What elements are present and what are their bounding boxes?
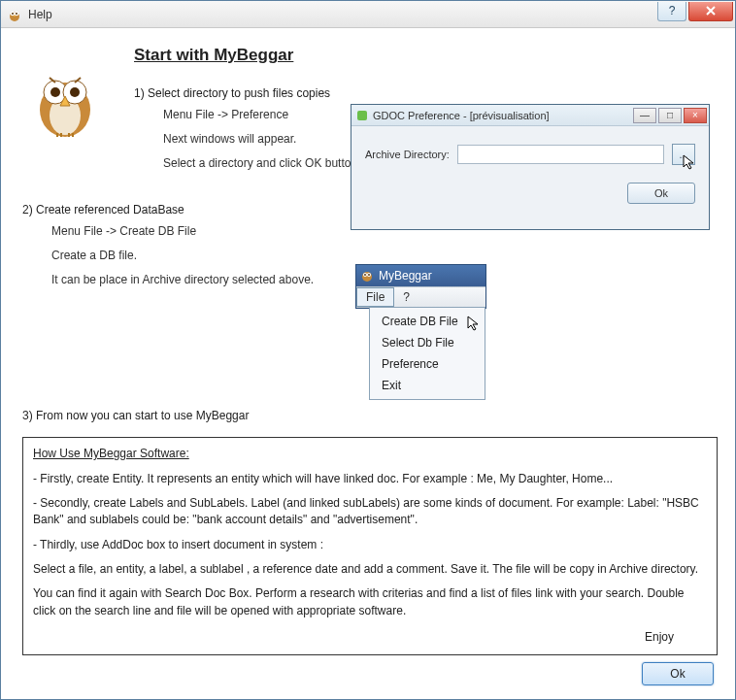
step3: 3) From now you can start to use MyBegga… xyxy=(22,409,718,422)
step1-title: 1) Select directory to push files copies xyxy=(134,86,718,100)
svg-point-10 xyxy=(50,87,60,97)
mybeggar-title: MyBeggar xyxy=(379,269,432,283)
window-controls: ? xyxy=(655,2,733,23)
how-use-title: How Use MyBeggar Software: xyxy=(33,446,707,462)
svg-point-17 xyxy=(364,274,366,276)
svg-rect-13 xyxy=(357,111,367,120)
gdoc-minimize-button[interactable]: — xyxy=(633,108,656,123)
browse-button[interactable]: ... xyxy=(672,144,695,165)
archive-directory-row: Archive Directory: ... xyxy=(365,144,695,165)
how-use-p2: - Secondly, create Labels and SubLabels.… xyxy=(33,495,707,529)
content-area: Start with MyBeggar 1) Select directory … xyxy=(1,28,735,699)
how-use-box: How Use MyBeggar Software: - Firstly, cr… xyxy=(22,437,718,655)
step3-title: 3) From now you can start to use MyBegga… xyxy=(22,409,718,422)
close-button[interactable] xyxy=(688,2,733,21)
svg-point-14 xyxy=(362,272,372,282)
gdoc-app-icon xyxy=(355,109,369,122)
gdoc-preference-window: GDOC Preference - [prévisualisation] — □… xyxy=(351,104,710,230)
svg-point-18 xyxy=(368,274,370,276)
gdoc-body: Archive Directory: ... Ok xyxy=(351,126,709,212)
gdoc-ok-row: Ok xyxy=(365,183,695,204)
menu-select-db-file[interactable]: Select Db File xyxy=(370,332,485,353)
svg-point-4 xyxy=(16,13,17,15)
gdoc-title: GDOC Preference - [prévisualisation] xyxy=(373,110,550,121)
menu-file[interactable]: File xyxy=(356,287,394,307)
menu-help[interactable]: ? xyxy=(394,288,418,306)
mybeggar-titlebar: MyBeggar xyxy=(356,265,485,286)
gdoc-maximize-button[interactable]: □ xyxy=(658,108,682,123)
how-use-p5: You can find it again with Search Doc Bo… xyxy=(33,585,707,619)
gdoc-titlebar: GDOC Preference - [prévisualisation] — □… xyxy=(351,105,709,126)
menu-preference[interactable]: Preference xyxy=(370,353,485,375)
ok-button[interactable]: Ok xyxy=(642,662,714,685)
archive-directory-label: Archive Directory: xyxy=(365,149,450,160)
help-button[interactable]: ? xyxy=(657,2,686,21)
cursor-icon xyxy=(683,154,696,170)
mybeggar-window: MyBeggar File ? xyxy=(355,264,486,309)
svg-point-3 xyxy=(12,13,14,15)
mybeggar-app-icon xyxy=(360,269,374,283)
how-use-p3: - Thirdly, use AddDoc box to insert docu… xyxy=(33,537,707,553)
titlebar: Help ? xyxy=(1,1,735,28)
gdoc-ok-button[interactable]: Ok xyxy=(627,183,695,204)
svg-point-11 xyxy=(70,87,80,97)
cursor-icon-2 xyxy=(467,316,481,331)
gdoc-close-button[interactable]: × xyxy=(684,108,707,123)
menu-exit[interactable]: Exit xyxy=(370,375,485,396)
page-heading: Start with MyBeggar xyxy=(134,46,718,65)
gdoc-window-controls: — □ × xyxy=(633,108,709,123)
step2-line2: Create a DB file. xyxy=(51,247,718,265)
owl-illustration xyxy=(30,63,100,141)
window-title: Help xyxy=(28,8,52,21)
how-use-enjoy: Enjoy xyxy=(33,629,707,646)
how-use-p4: Select a file, an entity, a label, a sub… xyxy=(33,561,707,578)
help-window: Help ? Start with MyBeggar xyxy=(0,0,736,700)
mybeggar-menubar: File ? xyxy=(356,286,485,308)
archive-directory-input[interactable] xyxy=(457,145,664,164)
app-icon xyxy=(7,7,22,22)
how-use-p1: - Firstly, create Entity. It represents … xyxy=(33,471,707,487)
